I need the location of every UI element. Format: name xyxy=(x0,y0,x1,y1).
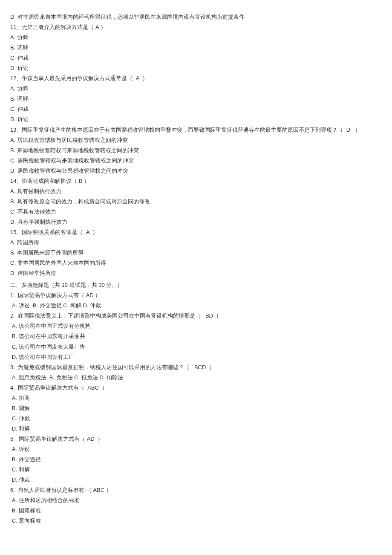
q14-option-A: A. 具有强制执行效力 xyxy=(10,186,382,197)
q15-option-A: A. 跨国所得 xyxy=(10,237,382,248)
q12-stem: 12、争议当事人最先采用的争议解决方式通常是（ A ） xyxy=(10,73,382,84)
q11-option-A: A. 协商 xyxy=(10,32,382,43)
q12-option-A: A. 协商 xyxy=(10,84,382,94)
q14-option-B: B. 具有修改原合同的效力，构成新合同或对原合同的修改 xyxy=(10,197,382,207)
q14-option-D: D. 具有半强制执行效力 xyxy=(10,217,382,227)
s2-q6-option-B: B. 国籍标准 xyxy=(10,506,382,516)
s2-q4-option-D: D. 和解 xyxy=(10,424,382,434)
s2-q6-stem: 6. 自然人居民身份认定标准有:（ ABC ） xyxy=(10,485,382,495)
q13-option-C: C. 居民税收管辖权与来源地税收管辖权之间的冲突 xyxy=(10,156,382,166)
s2-q4-option-A: A. 协商 xyxy=(10,393,382,403)
q11-stem: 11、无第三者介入的解决方式是（ A ） xyxy=(10,22,382,32)
s2-q4-option-B: B. 调解 xyxy=(10,403,382,413)
section-2-heading: 二、多项选择题（共 10 道试题，共 30 分。） xyxy=(10,280,382,290)
q12-option-B: B. 调解 xyxy=(10,94,382,104)
s2-q5-option-B: B. 外交途径 xyxy=(10,454,382,465)
s2-q5-option-C: C. 和解 xyxy=(10,465,382,475)
s2-q3-options-line: A. 股息免税法 B. 免税法 C. 抵免法 D. 扣除法 xyxy=(10,373,382,383)
s2-q2-option-B: B. 该公司在中国东海开采油井 xyxy=(10,331,382,341)
q10-option-D: D. 对非居民来自本国境内的经营所得征税，必须以非居民在来源国境内设有常设机构为… xyxy=(10,12,382,22)
q15-option-C: C. 非本国居民的外国人来自本国的所得 xyxy=(10,258,382,268)
q15-option-D: D. 跨国经常性所得 xyxy=(10,268,382,278)
s2-q6-option-A: A. 住所和居所相结合的标准 xyxy=(10,495,382,506)
s2-q5-stem: 5、国际贸易争议解决方式有（ AD ） xyxy=(10,434,382,444)
s2-q4-stem: 4. 国际贸易争议解决方式有（ ABC ） xyxy=(10,383,382,393)
q15-stem: 15、国际税收关系的客体是（ A ） xyxy=(10,227,382,237)
s2-q2-option-D: D. 该公司在中国设有工厂 xyxy=(10,352,382,362)
s2-q5-option-A: A. 诉讼 xyxy=(10,444,382,454)
q13-option-A: A. 居民税收管辖权与居民税收管辖权之间的冲突 xyxy=(10,135,382,145)
s2-q2-stem: 2. 在国际税法意义上，下述情形中构成美国公司在中国有常设机构的情形是（ BD … xyxy=(10,311,382,321)
q13-option-D: D. 居民税收管辖权与公民税收管辖权之间的冲突 xyxy=(10,166,382,176)
s2-q6-option-C: C. 意向标准 xyxy=(10,516,382,526)
q14-option-C: C. 不具有法律效力 xyxy=(10,207,382,217)
s2-q5-option-D: D. 仲裁 xyxy=(10,475,382,485)
q11-option-B: B. 调解 xyxy=(10,43,382,53)
q11-option-D: D. 诉讼 xyxy=(10,63,382,73)
q13-stem: 13、国际重复征税产生的根本原因在于有关国家税收管辖权的重叠冲突，而导致国际重复… xyxy=(10,125,382,135)
s2-q2-option-A: A. 该公司在中国正式设有分机构 xyxy=(10,321,382,331)
q11-option-C: C. 仲裁 xyxy=(10,53,382,63)
q12-option-D: D. 诉讼 xyxy=(10,114,382,124)
s2-q1-options-line: A. 诉讼 B. 外交途径 C. 和解 D. 仲裁 xyxy=(10,301,382,311)
s2-q3-stem: 3. 为避免或缓解国际重复征税，纳税人居住国可以采用的方法有哪些？（ BCD ） xyxy=(10,362,382,373)
q13-option-B: B. 来源地税收管辖权与来源地税收管辖权之间的冲突 xyxy=(10,145,382,156)
s2-q1-stem: 1. 国际贸易争议解决方式有（ AD ） xyxy=(10,290,382,301)
q14-stem: 14、协商达成的和解协议（ B ） xyxy=(10,176,382,186)
s2-q2-option-C: C. 该公司在中国发布大量广告 xyxy=(10,342,382,352)
q12-option-C: C. 仲裁 xyxy=(10,104,382,114)
s2-q4-option-C: C. 仲裁 xyxy=(10,413,382,424)
q15-option-B: B. 本国居民来源于外国的所得 xyxy=(10,248,382,258)
